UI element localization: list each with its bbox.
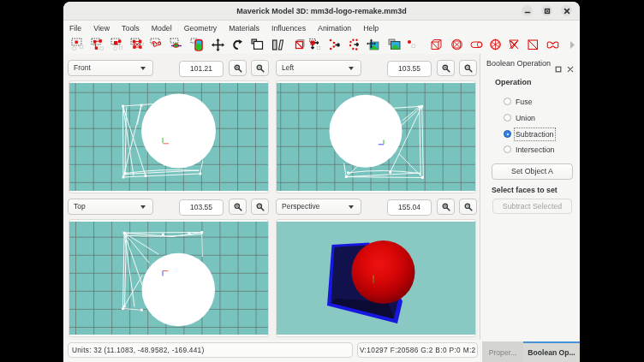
zoom-value-left[interactable]: 103.55 — [387, 61, 432, 77]
toolbar — [63, 36, 580, 54]
rotate-tool-icon[interactable] — [230, 38, 245, 52]
menu-help[interactable]: Help — [357, 21, 385, 36]
create-geosphere-icon[interactable] — [488, 38, 503, 52]
menu-tools[interactable]: Tools — [116, 21, 146, 36]
panel-float-button[interactable] — [555, 61, 562, 76]
front-wireframe — [69, 83, 268, 191]
chevron-down-icon — [349, 67, 354, 70]
chevron-down-icon — [140, 67, 146, 70]
status-units: Units: 32 (11.1083, -48.9582, -169.441) — [68, 342, 353, 358]
zoom-out-button-left[interactable] — [459, 60, 477, 76]
select-projections-icon[interactable] — [170, 38, 184, 52]
viewport-left-canvas[interactable] — [276, 80, 476, 193]
app-window: Maverick Model 3D: mm3d-logo-remake.mm3d… — [63, 2, 580, 362]
radio-label: Subtraction — [516, 129, 554, 139]
create-sphere-icon[interactable] — [450, 38, 464, 52]
viewport-top-canvas[interactable] — [69, 219, 269, 337]
move-tool-icon[interactable] — [211, 38, 225, 52]
zoom-out-button-top[interactable] — [251, 199, 269, 215]
viewport-front-canvas[interactable] — [69, 80, 269, 193]
zoom-in-button-left[interactable] — [437, 60, 455, 76]
select-faces-hint: Select faces to set — [492, 186, 558, 194]
move-background-image-icon[interactable] — [366, 38, 380, 52]
maximize-button[interactable] — [541, 5, 552, 16]
view-select-left[interactable]: Left — [276, 60, 361, 76]
zoom-out-button-perspective[interactable] — [459, 199, 477, 215]
statusbar: Units: 32 (11.1083, -48.9582, -169.441) … — [63, 340, 580, 362]
left-wireframe — [277, 83, 475, 191]
create-torus-icon[interactable] — [546, 38, 560, 52]
radio-circle-icon — [504, 130, 511, 138]
float-icon — [555, 66, 562, 73]
tab-boolean-operation[interactable]: Boolean Op... — [523, 341, 580, 362]
menubar: FileViewToolsModelGeometryMaterialsInflu… — [63, 21, 580, 36]
menu-influences[interactable]: Influences — [265, 21, 312, 36]
weld-vertices-icon[interactable] — [328, 38, 343, 52]
chevron-down-icon — [140, 205, 146, 209]
radio-label: Fuse — [516, 97, 533, 107]
status-stats: V:10297 F:20586 G:2 B:0 P:0 M:2 — [357, 342, 478, 358]
minimize-icon — [524, 8, 531, 15]
maximize-icon — [544, 8, 551, 15]
perspective-gl-surface[interactable] — [277, 222, 475, 335]
menu-view[interactable]: View — [87, 21, 116, 36]
material-images-icon[interactable] — [387, 38, 402, 52]
zoom-value-perspective[interactable]: 155.04 — [387, 199, 432, 216]
panel-close-button[interactable] — [567, 61, 574, 76]
window-title: Maverick Model 3D: mm3d-logo-remake.mm3d — [63, 2, 580, 21]
radio-label: Union — [516, 113, 535, 123]
create-plane-icon[interactable] — [526, 38, 540, 52]
close-button[interactable] — [561, 5, 572, 16]
delete-icon[interactable] — [293, 38, 307, 52]
vertex-tool-icon[interactable] — [308, 38, 323, 52]
select-connected-icon[interactable] — [91, 38, 105, 52]
panel-title: Boolean Operation — [486, 59, 551, 68]
zoom-value-front[interactable]: 101.21 — [179, 61, 224, 77]
subtract-selected-button[interactable]: Subtract Selected — [492, 199, 572, 214]
unweld-vertices-icon[interactable] — [348, 38, 362, 52]
shear-icon[interactable] — [271, 38, 285, 52]
menu-file[interactable]: File — [63, 21, 87, 36]
top-wireframe — [69, 222, 268, 335]
create-cube-icon[interactable] — [429, 38, 444, 52]
view-select-top[interactable]: Top — [68, 199, 153, 215]
view-select-label: Left — [282, 61, 294, 75]
boolean-operation-panel: Boolean Operation Operation Fuse Union S… — [480, 54, 580, 340]
create-cylinder-icon[interactable] — [469, 38, 484, 52]
point-tool-icon[interactable] — [405, 38, 420, 52]
duplicate-icon[interactable] — [250, 38, 265, 52]
viewport-perspective-canvas[interactable] — [276, 219, 476, 337]
left-gl-surface[interactable] — [277, 83, 475, 191]
perspective-render — [277, 222, 475, 335]
radio-circle-icon — [504, 114, 511, 122]
zoom-in-button-top[interactable] — [229, 199, 247, 215]
select-bone-joints-icon[interactable] — [150, 38, 164, 52]
view-select-label: Front — [74, 61, 91, 75]
view-select-perspective[interactable]: Perspective — [276, 199, 361, 215]
front-gl-surface[interactable] — [69, 83, 268, 191]
toolbar-overflow-icon[interactable] — [565, 38, 580, 52]
menu-animation[interactable]: Animation — [312, 21, 357, 36]
menu-geometry[interactable]: Geometry — [178, 21, 224, 36]
zoom-out-button-front[interactable] — [251, 60, 269, 76]
menu-model[interactable]: Model — [146, 21, 178, 36]
select-materials-icon[interactable] — [190, 38, 205, 52]
minimize-button[interactable] — [522, 5, 533, 16]
create-cone-icon[interactable] — [507, 38, 522, 52]
select-all-icon[interactable] — [71, 38, 86, 52]
tab-properties[interactable]: Proper... — [482, 341, 523, 362]
screen: Maverick Model 3D: mm3d-logo-remake.mm3d… — [0, 0, 644, 362]
bottom-tabs: Proper... Boolean Op... — [482, 341, 580, 362]
zoom-in-button-perspective[interactable] — [437, 199, 455, 215]
view-select-front[interactable]: Front — [68, 60, 153, 76]
select-group-icon[interactable] — [110, 38, 125, 52]
zoom-in-button-front[interactable] — [229, 60, 247, 76]
select-faces-icon[interactable] — [130, 38, 145, 52]
top-gl-surface[interactable] — [69, 222, 268, 335]
panel-close-icon — [567, 66, 574, 73]
set-object-a-button[interactable]: Set Object A — [492, 163, 573, 180]
menu-materials[interactable]: Materials — [223, 21, 265, 36]
zoom-value-top[interactable]: 103.55 — [179, 199, 224, 216]
radio-circle-icon — [504, 98, 511, 105]
operation-section-label: Operation — [495, 78, 532, 86]
